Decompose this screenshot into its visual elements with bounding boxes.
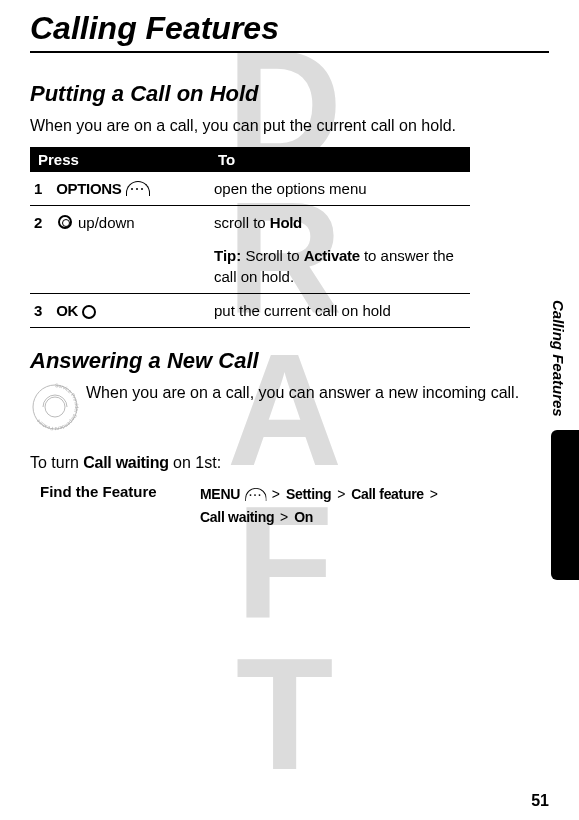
row1-to: open the options menu: [210, 172, 470, 206]
table-header-to: To: [210, 147, 470, 172]
page-title: Calling Features: [30, 10, 549, 53]
table-row: Tip: Scroll to Activate to answer the ca…: [30, 239, 470, 294]
table-row: 3 OK put the current call on hold: [30, 293, 470, 327]
svg-point-1: [45, 397, 65, 417]
row2-to: scroll to Hold: [210, 205, 470, 239]
instruction-table: Press To 1 OPTIONS open the options menu: [30, 147, 470, 328]
table-row: 2 up/down scroll to Hold: [30, 205, 470, 239]
table-row: 1 OPTIONS open the options menu: [30, 172, 470, 206]
step-number: 3: [34, 300, 52, 321]
menu-soft-key-icon: [245, 487, 265, 503]
service-provider-dependent-icon: Service Provider Dependent Feature: [30, 382, 80, 432]
ok-label: OK: [56, 302, 78, 319]
center-key-icon: [82, 305, 96, 319]
section2-intro: When you are on a call, you can answer a…: [86, 382, 536, 404]
find-feature-label: Find the Feature: [30, 483, 200, 500]
step-number: 1: [34, 178, 52, 199]
section-answering-new-call: Answering a New Call: [30, 348, 549, 374]
section-putting-call-on-hold: Putting a Call on Hold: [30, 81, 549, 107]
nav-key-icon: [58, 215, 72, 229]
options-soft-key-icon: [126, 181, 148, 199]
section1-intro: When you are on a call, you can put the …: [30, 115, 480, 137]
turn-on-text: To turn Call waiting on 1st:: [30, 452, 480, 474]
find-feature-path: MENU > Setting > Call feature > Call wai…: [200, 483, 440, 528]
row2-tip: Tip: Scroll to Activate to answer the ca…: [210, 239, 470, 294]
table-header-press: Press: [30, 147, 210, 172]
step-number: 2: [34, 212, 52, 233]
updown-label: up/down: [78, 212, 135, 233]
row3-to: put the current call on hold: [210, 293, 470, 327]
page-number: 51: [531, 792, 549, 810]
find-the-feature-block: Find the Feature MENU > Setting > Call f…: [30, 483, 480, 528]
options-label: OPTIONS: [56, 180, 121, 197]
